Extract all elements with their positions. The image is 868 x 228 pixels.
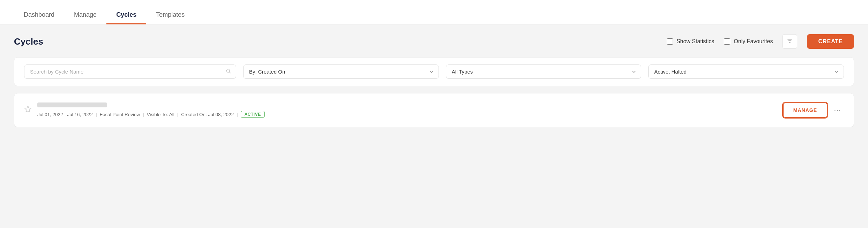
page-content: Cycles Show Statistics Only Favourites C… (0, 24, 868, 137)
show-statistics-checkbox-label[interactable]: Show Statistics (667, 38, 714, 45)
filter-bar: By: Created On By: Updated On By: Name A… (14, 57, 854, 86)
filter-button[interactable] (783, 34, 797, 49)
cycle-review-type: Focal Point Review (100, 112, 140, 117)
tab-templates[interactable]: Templates (146, 11, 194, 24)
manage-button-wrap: MANAGE (783, 102, 828, 118)
header-actions: Show Statistics Only Favourites CREATE (667, 34, 854, 49)
meta-separator-4: | (237, 112, 238, 117)
cycle-visible-to: Visible To: All (147, 112, 174, 117)
dots-icon: ⋯ (834, 106, 841, 114)
favourite-star-icon[interactable] (24, 105, 32, 115)
cycle-info: Jul 01, 2022 - Jul 16, 2022 | Focal Poin… (37, 102, 777, 118)
show-statistics-label: Show Statistics (676, 38, 714, 45)
show-statistics-checkbox[interactable] (667, 38, 673, 45)
create-button[interactable]: CREATE (807, 34, 854, 49)
cycle-list-item: Jul 01, 2022 - Jul 16, 2022 | Focal Poin… (14, 93, 854, 127)
tab-manage[interactable]: Manage (64, 11, 106, 24)
page-header: Cycles Show Statistics Only Favourites C… (14, 34, 854, 49)
type-select[interactable]: All Types Sprint Release (446, 64, 642, 79)
cycle-metadata: Jul 01, 2022 - Jul 16, 2022 | Focal Poin… (37, 111, 777, 118)
status-badge: ACTIVE (241, 111, 265, 118)
cycle-name-placeholder (37, 102, 107, 107)
top-navigation: Dashboard Manage Cycles Templates (0, 0, 868, 24)
meta-separator-2: | (143, 112, 144, 117)
only-favourites-checkbox[interactable] (724, 38, 730, 45)
manage-button[interactable]: MANAGE (784, 104, 826, 116)
meta-separator-1: | (96, 112, 97, 117)
page-title: Cycles (14, 36, 667, 47)
tab-cycles[interactable]: Cycles (106, 11, 146, 24)
filter-icon (787, 38, 793, 46)
meta-separator-3: | (177, 112, 179, 117)
tab-dashboard[interactable]: Dashboard (14, 11, 64, 24)
cycle-created-on: Created On: Jul 08, 2022 (181, 112, 234, 117)
cycle-date-range: Jul 01, 2022 - Jul 16, 2022 (37, 112, 93, 117)
cycle-actions: MANAGE ⋯ (783, 102, 844, 118)
search-input[interactable] (24, 64, 236, 79)
only-favourites-label: Only Favourites (734, 38, 773, 45)
sort-select[interactable]: By: Created On By: Updated On By: Name (243, 64, 439, 79)
only-favourites-checkbox-label[interactable]: Only Favourites (724, 38, 773, 45)
more-options-button[interactable]: ⋯ (831, 105, 844, 116)
search-input-wrap (24, 64, 236, 79)
status-select[interactable]: Active, Halted Active Halted Completed (648, 64, 844, 79)
